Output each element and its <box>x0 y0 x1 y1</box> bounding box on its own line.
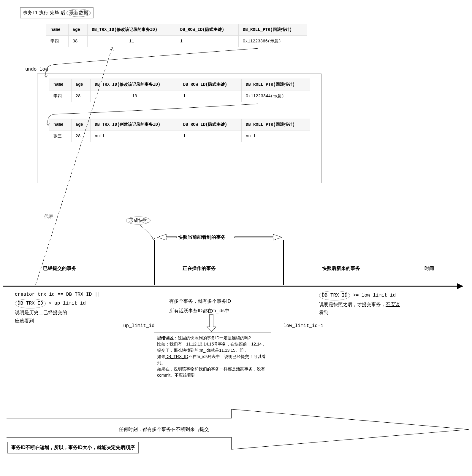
td-rowid: 1 <box>179 90 241 102</box>
note-p3k: DB_TRX_ID <box>165 354 188 359</box>
table-row: 李四 38 11 1 0x11223366(示意) <box>46 36 307 47</box>
banner-text: 任何时刻，都有多个事务在不断到来与提交 <box>119 426 209 433</box>
region-right-label: 快照后新来的事务 <box>322 265 360 272</box>
td-trxid: null <box>91 130 179 142</box>
th-rollptr: DB_ROLL_PTR(回滚指针) <box>241 79 310 90</box>
table-row: 张三 28 null 1 null <box>49 130 310 142</box>
snapshot-badge: 形成快照 <box>126 216 151 225</box>
note-misconception: 思维误区：这里的快照到的事务ID一定是连续的吗? 比如：我们有，11,12,13… <box>154 332 271 381</box>
right-rules: DB_TRX_ID >= low_limit_id 说明是快照之后，才提交事务，… <box>319 291 400 317</box>
td-age: 38 <box>68 36 88 47</box>
right-rule-key: DB_TRX_ID <box>319 291 350 300</box>
left-rule-l2b: < up_limit_id <box>46 301 85 306</box>
note-title: 思维误区： <box>157 335 178 340</box>
th-trxid: DB_TRX_ID(创建该记录的事务ID) <box>91 119 179 130</box>
right-rule-l2: 说明是快照之后，才提交事务，不应该 <box>319 300 400 308</box>
mid-rules: 有多个事务，就有多个事务ID 所有活跃事务ID都在m_ids中 <box>169 297 231 316</box>
table-header-row: name age DB_TRX_ID(修改该记录的事务ID) DB_ROW_ID… <box>49 79 310 90</box>
left-rules: creator_trx_id == DB_TRX_ID || DB_TRX_ID… <box>15 291 100 325</box>
th-name: name <box>49 79 72 90</box>
left-rule-l4: 应该看到 <box>15 317 100 325</box>
td-name: 李四 <box>46 36 69 47</box>
diagram-overlay <box>0 0 472 476</box>
mid-rule-l1: 有多个事务，就有多个事务ID <box>169 297 231 306</box>
right-rule-l3: 看到 <box>319 308 400 316</box>
th-age: age <box>68 24 88 36</box>
right-rule-l1: DB_TRX_ID >= low_limit_id <box>319 291 400 300</box>
td-rollptr: null <box>241 130 310 142</box>
title-box: 事务11 执行 完毕 后 最新数据 <box>20 7 94 18</box>
td-age: 28 <box>71 130 91 142</box>
note-p4: 如果在，说明该事物和我们的事务一样都是活跃事务，没有commit。不应该看到 <box>157 367 265 378</box>
left-rule-l1: creator_trx_id == DB_TRX_ID || <box>15 291 100 299</box>
table-row: 李四 28 10 1 0x11223344(示意) <box>49 90 310 102</box>
th-name: name <box>49 119 72 130</box>
region-mid-label: 正在操作的事务 <box>183 265 216 272</box>
td-rowid: 1 <box>179 130 241 142</box>
th-trxid: DB_TRX_ID(修改该记录的事务ID) <box>91 79 179 90</box>
table-undo2: name age DB_TRX_ID(创建该记录的事务ID) DB_ROW_ID… <box>49 119 310 142</box>
th-rowid: DB_ROW_ID(隐式主键) <box>176 24 238 36</box>
bottom-note: 事务ID不断在递增，所以，事务ID大小，就能决定先后顺序 <box>7 442 139 453</box>
title-badge: 最新数据 <box>66 9 91 17</box>
th-rowid: DB_ROW_ID(隐式主键) <box>179 79 241 90</box>
title-pre: 事务11 执行 完毕 后 <box>23 10 65 16</box>
undo-log-label: undo log <box>25 67 48 72</box>
th-rollptr: DB_ROLL_PTR(回滚指针) <box>238 24 307 36</box>
th-trxid: DB_TRX_ID(修改该记录的事务ID) <box>88 24 176 36</box>
th-name: name <box>46 24 69 36</box>
snapshot-visible-header: 快照当前能看到的事务 <box>178 234 226 241</box>
td-rollptr: 0x11223366(示意) <box>238 36 307 47</box>
table-header-row: name age DB_TRX_ID(创建该记录的事务ID) DB_ROW_ID… <box>49 119 310 130</box>
td-trxid: 10 <box>91 90 179 102</box>
td-name: 张三 <box>49 130 72 142</box>
note-p3a: 如果 <box>157 354 165 359</box>
th-rollptr: DB_ROLL_PTR(回滚指针) <box>241 119 310 130</box>
td-name: 李四 <box>49 90 72 102</box>
region-left-label: 已经提交的事务 <box>43 265 76 272</box>
table-header-row: name age DB_TRX_ID(修改该记录的事务ID) DB_ROW_ID… <box>46 24 307 36</box>
represent-label: 代表 <box>44 214 53 220</box>
mid-rule-l2: 所有活跃事务ID都在m_ids中 <box>169 306 231 316</box>
table-undo1: name age DB_TRX_ID(修改该记录的事务ID) DB_ROW_ID… <box>49 79 310 102</box>
td-rollptr: 0x11223344(示意) <box>241 90 310 102</box>
left-rule-l3: 说明是历史上已经提交的 <box>15 308 100 316</box>
note-p1: 这里的快照到的事务ID一定是连续的吗? <box>178 335 251 340</box>
svg-marker-4 <box>457 283 463 289</box>
td-age: 28 <box>71 90 91 102</box>
th-age: age <box>71 119 91 130</box>
left-rule-key: DB_TRX_ID <box>15 299 46 308</box>
up-limit-label: up_limit_id <box>123 323 155 329</box>
th-rowid: DB_ROW_ID(隐式主键) <box>179 119 241 130</box>
td-trxid: 11 <box>88 36 176 47</box>
table-current: name age DB_TRX_ID(修改该记录的事务ID) DB_ROW_ID… <box>46 24 307 47</box>
time-label: 时间 <box>425 265 434 272</box>
right-rule-l1b: >= low_limit_id <box>350 293 396 298</box>
low-limit-label: low_limit_id-1 <box>283 323 323 329</box>
th-age: age <box>71 79 91 90</box>
left-rule-l2: DB_TRX_ID < up_limit_id <box>15 299 100 308</box>
td-rowid: 1 <box>176 36 238 47</box>
note-p2: 比如：我们有，11,12,13,14,15号事务，在快照前，12,14，提交了，… <box>157 342 266 353</box>
